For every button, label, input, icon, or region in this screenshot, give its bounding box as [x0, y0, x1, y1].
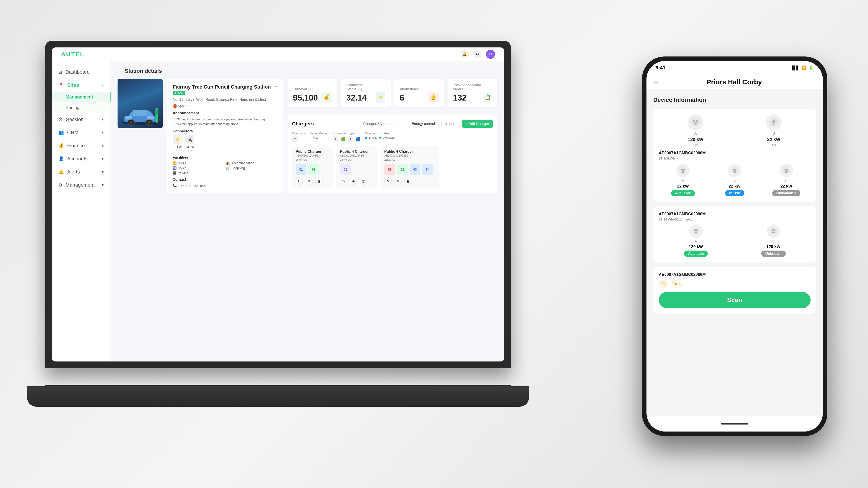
- phone-screen: 9:41 ▐▌▌ 🛜 🔋 ← Priors Hall Corby Device …: [647, 61, 823, 431]
- stat-icon-connector: ⚡: [376, 92, 385, 103]
- svg-point-23: [733, 169, 735, 170]
- device-conn-C: C 22 kW Unavailable: [762, 164, 811, 196]
- settings-btn-2[interactable]: ⊕: [350, 177, 357, 185]
- contact-title: Contact: [173, 177, 278, 182]
- conn-icon-A: [676, 164, 690, 177]
- refresh-btn-3[interactable]: ↻: [384, 177, 392, 185]
- svg-rect-33: [695, 232, 697, 233]
- station-image: [118, 78, 163, 128]
- phone-header: ← Priors Hall Corby: [647, 74, 823, 90]
- delete-btn-3[interactable]: 🗑: [404, 177, 411, 185]
- chevron-down-icon-4: ▼: [101, 157, 104, 161]
- top-bar-icons: 🔔 ⚙ U: [461, 50, 495, 59]
- sidebar-item-dashboard[interactable]: ⊞ Dashboard: [52, 66, 111, 78]
- notification-icon[interactable]: 🔔: [461, 50, 469, 58]
- add-charger-button[interactable]: + Add Charger: [462, 120, 493, 128]
- sidebar-item-crm[interactable]: 👥 CRM ▼: [52, 126, 111, 139]
- back-button[interactable]: ←: [118, 68, 122, 74]
- phone-status-icons: ▐▌▌ 🛜 🔋: [791, 65, 814, 70]
- settings-icon[interactable]: ⚙: [473, 50, 482, 58]
- sidebar-item-finance[interactable]: 💰 Finance ▼: [52, 139, 111, 152]
- charger-filters: Chargers 2 Rated Power 2 7kW: [292, 131, 493, 142]
- sidebar-item-sites[interactable]: 📍 Sites ▲: [52, 78, 111, 92]
- sidebar-item-label: Finance: [67, 143, 85, 149]
- battery-icon: 🔋: [809, 65, 814, 70]
- connector-2-fraction: 1/2: [188, 150, 192, 153]
- wifi-icon: 🛜: [802, 65, 807, 70]
- phone-back-button[interactable]: ←: [653, 78, 659, 86]
- home-indicator[interactable]: [721, 423, 748, 424]
- conn-label-2A: A: [694, 239, 697, 243]
- slot-01: 01: [296, 164, 307, 175]
- svg-point-24: [735, 169, 737, 170]
- phone-status-bar: 9:41 ▐▌▌ 🛜 🔋: [647, 61, 823, 74]
- sidebar-sub-pricing[interactable]: Pricing: [52, 102, 111, 113]
- connector-count-2: 1: [347, 136, 354, 142]
- phone-bottom-bar: [647, 416, 823, 431]
- delete-btn-1[interactable]: 🗑: [315, 177, 323, 185]
- delete-btn-2[interactable]: 🗑: [360, 177, 367, 185]
- device-group-2: AE0007A1GMBC02086M $1.1/kWh+$1.2/min+...…: [653, 206, 816, 262]
- sidebar-item-management[interactable]: ⚙ Management ▼: [52, 178, 111, 192]
- energy-control-button[interactable]: Energy control: [408, 120, 439, 128]
- stat-value-turnover: 95,100: [293, 93, 318, 103]
- svg-rect-6: [125, 116, 132, 120]
- device-price-1[interactable]: $1.10/kWh >: [659, 156, 811, 160]
- dashboard-icon: ⊞: [58, 69, 62, 75]
- conn-power-A: 22 kW: [677, 184, 689, 189]
- sidebar-item-alerts[interactable]: 🔔 Alerts ▼: [52, 165, 111, 178]
- conn-status-2B: Unknown: [761, 251, 786, 257]
- svg-point-16: [772, 120, 775, 123]
- facility-wifi: 📶Wi-Fi: [173, 161, 224, 165]
- sidebar-item-session[interactable]: ⏱ Session ▼: [52, 113, 111, 126]
- sidebar-sub-sites: Management Pricing: [52, 92, 111, 113]
- laptop-body: AUTEL 🔔 ⚙ U ⊞ Dashboard: [45, 41, 511, 368]
- chargers-header: Chargers Energy control Import + Add Cha…: [292, 120, 493, 128]
- charger-icon-120: [688, 114, 704, 130]
- sidebar-item-label: Management: [66, 182, 94, 188]
- charger-name-3: Public 4 Charger: [384, 150, 436, 154]
- slot-04-c3: 04: [422, 164, 433, 175]
- app-logo: AUTEL: [61, 51, 84, 58]
- finance-icon: 💰: [58, 143, 64, 149]
- conn-icon-B: [728, 164, 741, 177]
- conn-label-C: C: [785, 179, 787, 183]
- svg-point-32: [696, 229, 698, 231]
- charger-search-input[interactable]: [360, 120, 405, 128]
- rated-power-value: 2 7kW: [310, 136, 328, 140]
- station-address: No. 18, Belvin West Road, Science Park, …: [173, 98, 271, 102]
- charger-card-1: Public Charger AE00010012U03G 25kW DC 01…: [292, 146, 333, 188]
- stat-value-alarm: 6: [400, 93, 418, 103]
- station-name: Fairnuy Tree Cup Pencil Charging Station: [173, 84, 271, 90]
- connector-icon-1: ⚡: [173, 135, 182, 144]
- scan-button[interactable]: Scan: [659, 292, 811, 308]
- connector-2-power: 24 kW: [185, 145, 194, 149]
- session-icon: ⏱: [58, 117, 63, 122]
- charger-card-2: Public 4 Charger AE00010012U643G 25kW DC…: [336, 146, 377, 188]
- sidebar-sub-management[interactable]: Management: [52, 92, 111, 102]
- refresh-btn-1[interactable]: ↻: [296, 177, 303, 185]
- sidebar-item-accounts[interactable]: 👤 Accounts ▼: [52, 152, 111, 165]
- alerts-icon: 🔔: [58, 169, 64, 175]
- refresh-btn-2[interactable]: ↻: [340, 177, 347, 185]
- edit-icon[interactable]: ✏: [274, 84, 278, 89]
- phone-content: Device Information: [647, 90, 823, 416]
- settings-btn-1[interactable]: ⊕: [306, 177, 313, 185]
- stat-icon-alarm: 🔔: [428, 92, 438, 103]
- import-button[interactable]: Import: [441, 120, 459, 128]
- device-power-22: 22 kW: [767, 137, 780, 142]
- phone-icon: 📞: [173, 184, 177, 188]
- conn-status-2A: Available: [684, 251, 708, 257]
- device-price-2[interactable]: $1.1/kWh+$1.2/min+...: [659, 217, 811, 221]
- announcement-text: 0.5$/min; Price various over time. For p…: [173, 117, 278, 127]
- device-conn-2A: A 120 kW Available: [659, 224, 733, 257]
- facility-shopping: 🛒Shopping: [226, 166, 278, 170]
- sites-icon: 📍: [58, 83, 64, 88]
- status-pills: In Use Available: [365, 136, 395, 139]
- stat-label-alarm: Alarm times: [400, 87, 418, 91]
- svg-point-22: [731, 167, 738, 174]
- settings-btn-3[interactable]: ⊕: [394, 177, 401, 185]
- svg-point-30: [692, 228, 700, 235]
- svg-point-34: [770, 228, 777, 235]
- avatar[interactable]: U: [486, 50, 495, 59]
